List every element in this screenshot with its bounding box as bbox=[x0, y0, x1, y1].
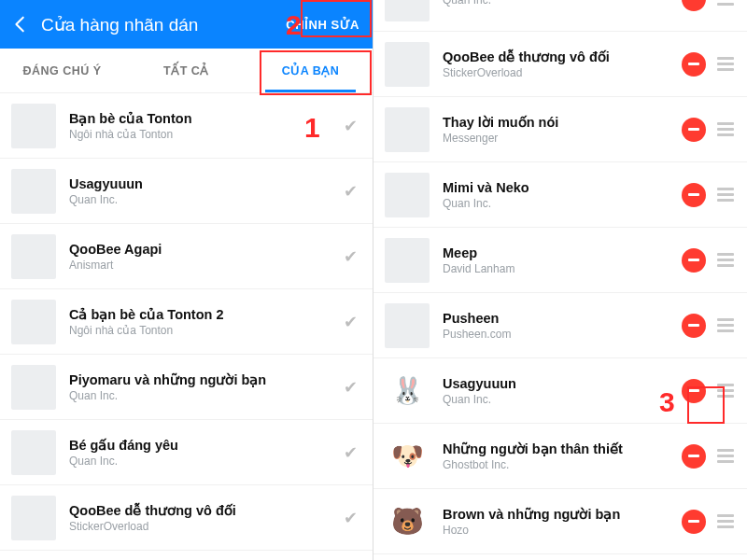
list-item-subtitle: Messenger bbox=[443, 132, 682, 145]
list-item-title: Bạn bè của Tonton bbox=[69, 111, 340, 126]
checkmark-icon: ✔ bbox=[340, 116, 361, 136]
list-item[interactable]: Thay lời muốn nói Messenger bbox=[374, 97, 747, 162]
remove-button[interactable] bbox=[682, 314, 706, 338]
list-item-meta: QooBee Agapi Anismart bbox=[69, 242, 340, 272]
list-item[interactable]: QooBee Agapi Anismart ✔ bbox=[0, 224, 373, 289]
back-arrow-icon[interactable] bbox=[7, 11, 34, 37]
list-item-meta: Mimi và Neko Quan Inc. bbox=[443, 180, 682, 210]
drag-handle-icon[interactable] bbox=[715, 511, 736, 532]
page-title: Cửa hàng nhãn dán bbox=[41, 14, 280, 35]
list-item[interactable]: 🐶 Những người bạn thân thiết Ghostbot In… bbox=[374, 424, 747, 489]
remove-button[interactable] bbox=[682, 0, 706, 11]
sticker-thumb bbox=[11, 104, 56, 148]
minus-icon bbox=[688, 389, 699, 392]
list-item-title: QooBee dễ thương vô đối bbox=[443, 49, 682, 64]
list-item-title: Cả bạn bè của Tonton 2 bbox=[69, 307, 340, 322]
remove-button[interactable] bbox=[682, 183, 706, 207]
edit-button[interactable]: CHỈNH SỬA bbox=[280, 12, 365, 37]
appbar: Cửa hàng nhãn dán CHỈNH SỬA bbox=[0, 0, 373, 49]
remove-button[interactable] bbox=[682, 118, 706, 142]
list-item[interactable]: 🐰 Usagyuuun Quan Inc. bbox=[374, 358, 747, 424]
list-item-title: QooBee Agapi bbox=[69, 242, 340, 257]
list-item[interactable]: Mimi và Neko Quan Inc. bbox=[374, 162, 747, 228]
remove-button[interactable] bbox=[682, 248, 706, 273]
list-item-subtitle: Ngôi nhà của Tonton bbox=[69, 324, 340, 337]
drag-handle-icon[interactable] bbox=[715, 249, 736, 271]
checkmark-icon: ✔ bbox=[340, 442, 361, 463]
drag-handle-icon[interactable] bbox=[715, 445, 736, 467]
sticker-thumb bbox=[11, 234, 56, 279]
sticker-edit-pane: Quan Inc. QooBee dễ thương vô đối Sticke… bbox=[374, 0, 747, 560]
sticker-thumb: 🐻 bbox=[385, 499, 430, 544]
list-item-subtitle: Quan Inc. bbox=[443, 197, 682, 210]
sticker-thumb bbox=[11, 430, 56, 475]
tab-yours[interactable]: CỦA BẠN bbox=[248, 49, 373, 92]
sticker-thumb bbox=[385, 107, 430, 152]
list-item-title: QooBee dễ thương vô đối bbox=[69, 503, 340, 518]
drag-handle-icon[interactable] bbox=[715, 380, 736, 401]
list-item-title: Brown và những người bạn bbox=[443, 507, 682, 522]
list-item-meta: QooBee dễ thương vô đối StickerOverload bbox=[443, 49, 682, 79]
list-item-title: Usagyuuun bbox=[69, 176, 340, 191]
list-item-meta: Meep David Lanham bbox=[443, 245, 682, 275]
remove-button[interactable] bbox=[682, 444, 706, 469]
list-item[interactable]: QooBee dễ thương vô đối StickerOverload … bbox=[0, 485, 373, 551]
drag-handle-icon[interactable] bbox=[715, 0, 736, 9]
drag-handle-icon[interactable] bbox=[715, 119, 736, 140]
sticker-store-pane: Cửa hàng nhãn dán CHỈNH SỬA ĐÁNG CHÚ Ý T… bbox=[0, 0, 374, 560]
list-item[interactable]: QooBee dễ thương vô đối StickerOverload bbox=[374, 32, 747, 97]
list-item-meta: Những người bạn thân thiết Ghostbot Inc. bbox=[443, 441, 682, 471]
list-item-meta: Piyomaru và những người bạn Quan Inc. bbox=[69, 372, 340, 402]
list-item-meta: Usagyuuun Quan Inc. bbox=[443, 376, 682, 406]
list-item-title: Usagyuuun bbox=[443, 376, 682, 391]
list-item-title: Thay lời muốn nói bbox=[443, 115, 682, 130]
list-item[interactable]: Cả bạn bè của Tonton 2 Ngôi nhà của Tont… bbox=[0, 289, 373, 355]
sticker-thumb bbox=[385, 0, 430, 21]
list-item[interactable]: Pusheen Pusheen.com bbox=[374, 293, 747, 358]
list-item-subtitle: Hozo bbox=[443, 524, 682, 537]
list-item-subtitle: Anismart bbox=[69, 259, 340, 272]
remove-button[interactable] bbox=[682, 510, 706, 534]
minus-icon bbox=[688, 63, 699, 65]
sticker-thumb bbox=[11, 300, 56, 344]
sticker-thumb bbox=[11, 365, 56, 410]
sticker-thumb: 🐶 bbox=[385, 434, 430, 479]
sticker-list-left: Bạn bè của Tonton Ngôi nhà của Tonton ✔ … bbox=[0, 93, 373, 551]
sticker-thumb: 🐰 bbox=[385, 369, 430, 413]
list-item-subtitle: Quan Inc. bbox=[69, 455, 340, 468]
list-item-subtitle: Ngôi nhà của Tonton bbox=[69, 128, 340, 141]
sticker-thumb bbox=[385, 173, 430, 217]
list-item-title: Meep bbox=[443, 245, 682, 260]
list-item-title: Bé gấu đáng yêu bbox=[69, 438, 340, 453]
list-item[interactable]: Bé gấu đáng yêu Quan Inc. ✔ bbox=[0, 420, 373, 485]
drag-handle-icon[interactable] bbox=[715, 53, 736, 75]
checkmark-icon: ✔ bbox=[340, 508, 361, 528]
list-item-meta: Brown và những người bạn Hozo bbox=[443, 507, 682, 537]
list-item[interactable]: Quan Inc. bbox=[374, 0, 747, 32]
list-item-meta: Bé gấu đáng yêu Quan Inc. bbox=[69, 438, 340, 468]
list-item[interactable]: Meep David Lanham bbox=[374, 228, 747, 293]
tab-notable[interactable]: ĐÁNG CHÚ Ý bbox=[0, 49, 124, 92]
list-item[interactable]: Bạn bè của Tonton Ngôi nhà của Tonton ✔ bbox=[0, 93, 373, 159]
drag-handle-icon[interactable] bbox=[715, 184, 736, 205]
checkmark-icon: ✔ bbox=[340, 312, 361, 332]
list-item-title: Những người bạn thân thiết bbox=[443, 441, 682, 456]
list-item[interactable]: Usagyuuun Quan Inc. ✔ bbox=[0, 159, 373, 224]
tab-all[interactable]: TẤT CẢ bbox=[124, 49, 248, 92]
sticker-thumb bbox=[385, 238, 430, 283]
remove-button[interactable] bbox=[682, 379, 706, 403]
list-item-subtitle: David Lanham bbox=[443, 262, 682, 275]
minus-icon bbox=[688, 455, 699, 457]
list-item-subtitle: Quan Inc. bbox=[69, 389, 340, 402]
tab-bar: ĐÁNG CHÚ Ý TẤT CẢ CỦA BẠN bbox=[0, 49, 373, 93]
list-item[interactable]: 🐻 Brown và những người bạn Hozo bbox=[374, 489, 747, 554]
list-item-title: Mimi và Neko bbox=[443, 180, 682, 195]
list-item[interactable]: Piyomaru và những người bạn Quan Inc. ✔ bbox=[0, 355, 373, 420]
list-item-subtitle: StickerOverload bbox=[443, 66, 682, 79]
list-item-meta: Bạn bè của Tonton Ngôi nhà của Tonton bbox=[69, 111, 340, 141]
minus-icon bbox=[688, 259, 699, 261]
remove-button[interactable] bbox=[682, 52, 706, 77]
sticker-list-right: Quan Inc. QooBee dễ thương vô đối Sticke… bbox=[374, 0, 747, 554]
list-item-meta: Usagyuuun Quan Inc. bbox=[69, 176, 340, 206]
drag-handle-icon[interactable] bbox=[715, 315, 736, 336]
